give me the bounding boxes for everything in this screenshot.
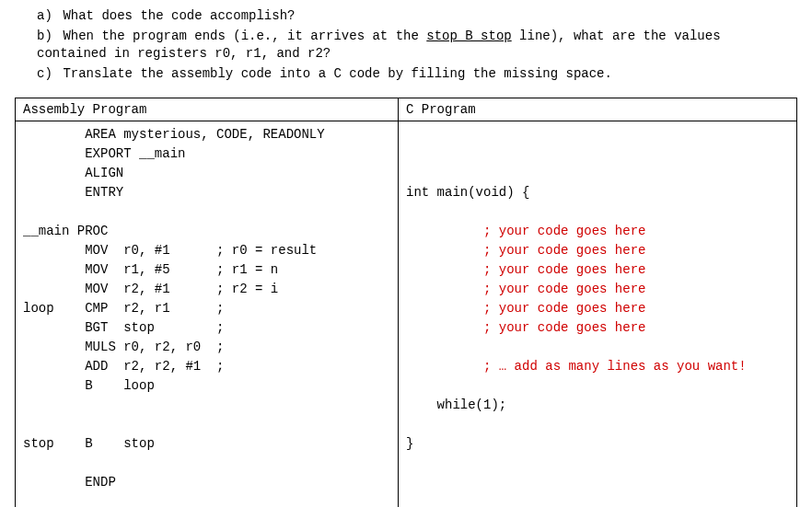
c-placeholder-4: ; your code goes here — [406, 282, 645, 296]
q-c-text: Translate the assembly code into a C cod… — [63, 66, 612, 81]
q-a-label: a) — [37, 7, 55, 26]
asm-proc-decl: __main PROC — [23, 224, 108, 238]
question-a: a) What does the code accomplish? — [37, 7, 797, 26]
code-table: Assembly Program C Program AREA mysterio… — [15, 98, 797, 507]
c-closing-brace: } — [406, 436, 413, 451]
asm-cell: AREA mysterious, CODE, READONLY EXPORT _… — [16, 121, 399, 507]
q-a-text: What does the code accomplish? — [63, 8, 295, 23]
asm-prelude: AREA mysterious, CODE, READONLY EXPORT _… — [23, 127, 325, 200]
c-placeholder-3: ; your code goes here — [406, 262, 645, 277]
asm-code: AREA mysterious, CODE, READONLY EXPORT _… — [23, 125, 390, 507]
question-b: b) When the program ends (i.e., it arriv… — [37, 28, 797, 63]
c-header: C Program — [399, 98, 797, 121]
asm-stop: stop B stop — [23, 436, 155, 451]
asm-header: Assembly Program — [16, 98, 399, 121]
q-b-underlined: stop B stop — [426, 29, 511, 43]
c-cell: int main(void) { ; your code goes here ;… — [399, 121, 797, 507]
c-placeholder-5: ; your code goes here — [406, 301, 645, 316]
c-placeholder-1: ; your code goes here — [406, 224, 645, 238]
c-placeholder-6: ; your code goes here — [406, 320, 645, 335]
c-main-decl: int main(void) { — [406, 185, 529, 200]
questions-block: a) What does the code accomplish? b) Whe… — [15, 7, 797, 83]
c-while: while(1); — [406, 398, 506, 412]
c-placeholder-2: ; your code goes here — [406, 243, 645, 258]
c-add-lines: ; … add as many lines as you want! — [406, 359, 747, 374]
c-code: int main(void) { ; your code goes here ;… — [406, 125, 789, 454]
asm-endp: ENDP — [23, 475, 116, 490]
asm-instructions: MOV r0, #1 ; r0 = result MOV r1, #5 ; r1… — [23, 243, 317, 393]
q-b-label: b) — [37, 28, 55, 46]
q-c-label: c) — [37, 65, 55, 84]
question-c: c) Translate the assembly code into a C … — [37, 65, 797, 84]
q-b-text-before: When the program ends (i.e., it arrives … — [63, 29, 426, 43]
